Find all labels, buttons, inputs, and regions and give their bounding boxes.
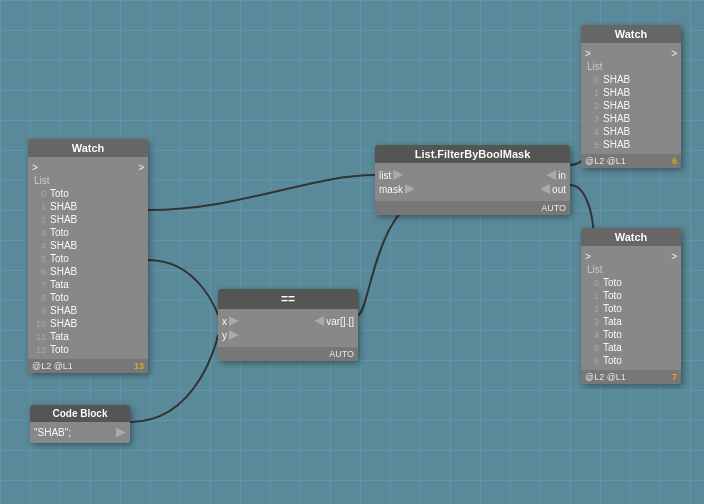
watch-left-body: > > List 0Toto 1SHAB 2SHAB 3Toto 4SHAB 5… bbox=[28, 157, 148, 359]
code-block-out-arrow bbox=[116, 428, 126, 438]
watch-bottom-right-node: Watch > > List 0Toto 1Toto 2Toto 3Tata 4… bbox=[581, 228, 681, 384]
list-item: 3SHAB bbox=[581, 112, 681, 125]
list-item: 1SHAB bbox=[581, 86, 681, 99]
filter-auto-label: AUTO bbox=[541, 203, 566, 213]
filter-port-out: out bbox=[473, 182, 571, 196]
watch-left-arrow-right: > bbox=[138, 162, 144, 173]
filter-port-list: list bbox=[375, 168, 473, 182]
code-block-node: Code Block "SHAB"; bbox=[30, 405, 130, 443]
code-block-title: Code Block bbox=[52, 408, 107, 419]
eq-node: == x y var[].[] AUTO bbox=[218, 289, 358, 361]
watch-left-node: Watch > > List 0Toto 1SHAB 2SHAB 3Toto 4… bbox=[28, 139, 148, 373]
list-item: 5Tata bbox=[581, 341, 681, 354]
filter-body: list mask in out bbox=[375, 163, 570, 201]
eq-title: == bbox=[281, 292, 295, 306]
watch-left-arrow-left: > bbox=[32, 162, 38, 173]
watch-top-right-body: > > List 0SHAB 1SHAB 2SHAB 3SHAB 4SHAB 5… bbox=[581, 43, 681, 154]
watch-left-arrows: > > bbox=[28, 160, 148, 174]
watch-top-right-node: Watch > > List 0SHAB 1SHAB 2SHAB 3SHAB 4… bbox=[581, 25, 681, 168]
filter-header: List.FilterByBoolMask bbox=[375, 145, 570, 163]
list-item: 6SHAB bbox=[28, 265, 148, 278]
list-item: 0Toto bbox=[581, 276, 681, 289]
list-item: 5Toto bbox=[28, 252, 148, 265]
port-list-arrow bbox=[393, 170, 403, 180]
list-item: 3Toto bbox=[28, 226, 148, 239]
watch-bottom-right-header: Watch bbox=[581, 228, 681, 246]
watch-bottom-right-body: > > List 0Toto 1Toto 2Toto 3Tata 4Toto 5… bbox=[581, 246, 681, 370]
filter-port-mask: mask bbox=[375, 182, 473, 196]
list-item: 10SHAB bbox=[28, 317, 148, 330]
watch-top-right-count: 6 bbox=[672, 156, 677, 166]
filter-title: List.FilterByBoolMask bbox=[415, 148, 531, 160]
list-item: 2SHAB bbox=[28, 213, 148, 226]
watch-top-right-footer: @L2 @L1 6 bbox=[581, 154, 681, 168]
list-item: 4SHAB bbox=[581, 125, 681, 138]
list-item: 5SHAB bbox=[581, 138, 681, 151]
list-item: 6Toto bbox=[581, 354, 681, 367]
code-block-body: "SHAB"; bbox=[30, 422, 130, 443]
watch-top-right-arrows: > > bbox=[581, 46, 681, 60]
watch-left-list-label: List bbox=[28, 174, 148, 187]
watch-left-footer: @L2 @L1 13 bbox=[28, 359, 148, 373]
code-block-value: "SHAB"; bbox=[30, 425, 75, 440]
watch-bottom-right-arrow-right: > bbox=[671, 251, 677, 262]
watch-left-header: Watch bbox=[28, 139, 148, 157]
watch-bottom-right-title: Watch bbox=[615, 231, 648, 243]
port-mask-arrow bbox=[405, 184, 415, 194]
list-item: 9SHAB bbox=[28, 304, 148, 317]
port-y-arrow bbox=[229, 330, 239, 340]
watch-top-right-header: Watch bbox=[581, 25, 681, 43]
port-x-arrow bbox=[229, 316, 239, 326]
watch-top-right-title: Watch bbox=[615, 28, 648, 40]
list-item: 7Tata bbox=[28, 278, 148, 291]
list-item: 2Toto bbox=[581, 302, 681, 315]
filter-footer: AUTO bbox=[375, 201, 570, 215]
eq-port-var: var[].[] bbox=[288, 314, 358, 328]
eq-auto-label: AUTO bbox=[329, 349, 354, 359]
list-item: 1SHAB bbox=[28, 200, 148, 213]
watch-left-title: Watch bbox=[72, 142, 105, 154]
eq-header: == bbox=[218, 289, 358, 309]
watch-bottom-right-count: 7 bbox=[672, 372, 677, 382]
list-item: 0Toto bbox=[28, 187, 148, 200]
list-item: 2SHAB bbox=[581, 99, 681, 112]
list-item: 8Toto bbox=[28, 291, 148, 304]
watch-left-count: 13 bbox=[134, 361, 144, 371]
filter-node: List.FilterByBoolMask list mask in out A bbox=[375, 145, 570, 215]
eq-port-x: x bbox=[218, 314, 288, 328]
list-item: 4SHAB bbox=[28, 239, 148, 252]
filter-port-in: in bbox=[473, 168, 571, 182]
list-item: 11Tata bbox=[28, 330, 148, 343]
list-item: 3Tata bbox=[581, 315, 681, 328]
port-var-arrow bbox=[314, 316, 324, 326]
watch-bottom-right-footer: @L2 @L1 7 bbox=[581, 370, 681, 384]
code-block-header: Code Block bbox=[30, 405, 130, 422]
watch-top-right-arrow-right: > bbox=[671, 48, 677, 59]
list-item: 12Toto bbox=[28, 343, 148, 356]
eq-footer: AUTO bbox=[218, 347, 358, 361]
eq-port-y: y bbox=[218, 328, 288, 342]
watch-bottom-right-arrow-left: > bbox=[585, 251, 591, 262]
port-out-arrow bbox=[540, 184, 550, 194]
watch-bottom-right-arrows: > > bbox=[581, 249, 681, 263]
watch-top-right-list-label: List bbox=[581, 60, 681, 73]
port-in-arrow bbox=[546, 170, 556, 180]
list-item: 1Toto bbox=[581, 289, 681, 302]
watch-top-right-arrow-left: > bbox=[585, 48, 591, 59]
eq-body: x y var[].[] bbox=[218, 309, 358, 347]
watch-bottom-right-list-label: List bbox=[581, 263, 681, 276]
list-item: 4Toto bbox=[581, 328, 681, 341]
list-item: 0SHAB bbox=[581, 73, 681, 86]
